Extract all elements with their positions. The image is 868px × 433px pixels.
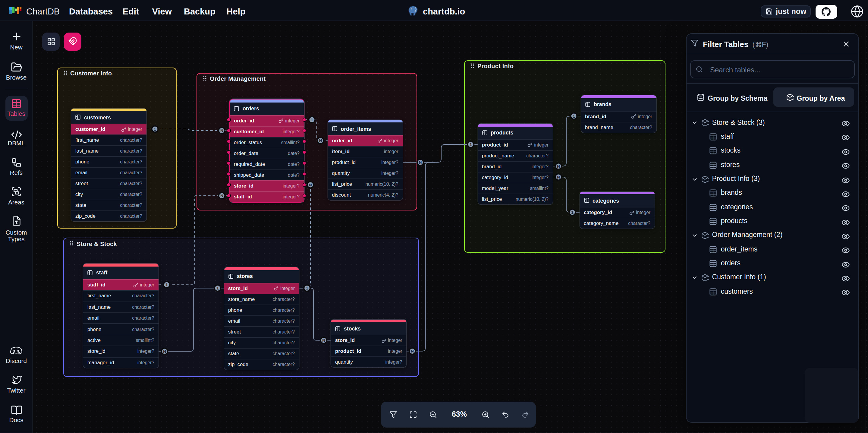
svg-text:1: 1 xyxy=(311,118,313,122)
svg-text:1: 1 xyxy=(216,286,218,290)
svg-text:1: 1 xyxy=(154,127,156,132)
svg-text:1: 1 xyxy=(165,283,167,287)
svg-text:1: 1 xyxy=(470,142,472,147)
svg-text:1: 1 xyxy=(306,286,308,290)
svg-text:N: N xyxy=(220,128,223,133)
svg-text:N: N xyxy=(411,349,414,353)
svg-text:N: N xyxy=(322,338,325,343)
svg-text:1: 1 xyxy=(571,210,573,215)
svg-text:N: N xyxy=(309,183,312,187)
svg-text:N: N xyxy=(557,175,560,179)
svg-text:1: 1 xyxy=(572,114,575,118)
svg-text:N: N xyxy=(163,349,166,354)
svg-text:N: N xyxy=(419,160,422,165)
svg-text:N: N xyxy=(557,164,560,169)
svg-text:N: N xyxy=(319,138,322,143)
svg-text:N: N xyxy=(220,194,223,198)
